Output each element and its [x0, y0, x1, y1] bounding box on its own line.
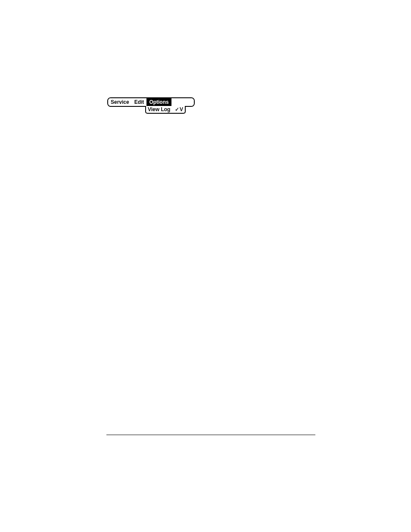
menu-spacer — [171, 98, 194, 106]
options-dropdown: View Log ✓V — [145, 106, 186, 114]
menubar-container: Service Edit Options View Log ✓V — [107, 97, 195, 107]
dropdown-item-view-log[interactable]: View Log ✓V — [146, 106, 185, 113]
check-icon: ✓ — [175, 106, 179, 113]
shortcut-key: V — [180, 106, 183, 113]
dropdown-item-shortcut: ✓V — [175, 106, 183, 113]
menu-item-service[interactable]: Service — [108, 98, 132, 106]
menu-item-options[interactable]: Options — [146, 98, 171, 106]
menu-item-edit[interactable]: Edit — [132, 98, 147, 106]
menubar: Service Edit Options — [107, 97, 195, 107]
dropdown-item-label: View Log — [148, 106, 170, 113]
horizontal-rule — [106, 435, 315, 435]
